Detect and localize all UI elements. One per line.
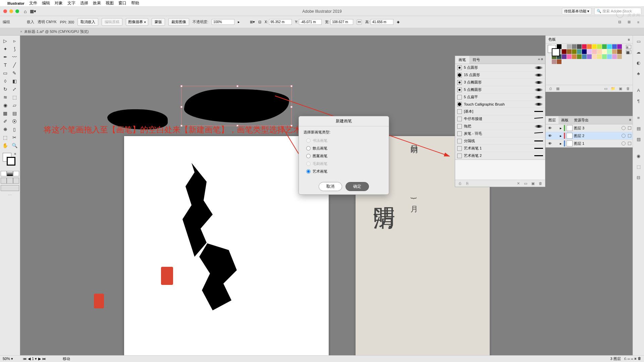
gradient-icon[interactable]: ▤ (635, 125, 642, 132)
menu-type[interactable]: 文字 (67, 0, 75, 6)
brush-item[interactable]: 艺术画笔 1 (455, 145, 545, 152)
line-tool-icon[interactable]: ╱ (10, 61, 19, 69)
swatch[interactable] (552, 59, 556, 64)
width-tool-icon[interactable]: ≋ (1, 93, 10, 101)
brush-tool-icon[interactable]: ✎ (10, 69, 19, 77)
rotate-tool-icon[interactable]: ↻ (1, 85, 10, 93)
swatch[interactable] (592, 54, 597, 59)
selection-handle[interactable] (180, 85, 182, 87)
layer-name[interactable]: 图层 1 (574, 141, 584, 146)
libraries-icon[interactable]: ☁ (635, 48, 642, 56)
layer-name[interactable]: 图层 2 (574, 133, 584, 138)
symbol-tool-icon[interactable]: ❋ (1, 125, 10, 133)
type-tool-icon[interactable]: T (1, 61, 10, 69)
new-swatch-icon[interactable]: ▣ (618, 86, 623, 91)
transform-icon[interactable]: ⊡ (258, 20, 261, 24)
swatch[interactable] (612, 49, 617, 54)
new-group-icon[interactable]: 📁 (610, 86, 616, 91)
brush-item[interactable]: 分隔线 (455, 137, 545, 145)
expand-icon[interactable]: ▸ (559, 126, 562, 130)
swatch[interactable] (607, 54, 612, 59)
scale-tool-icon[interactable]: ⤢ (10, 85, 19, 93)
brush-item[interactable]: 炭笔 - 羽毛 (455, 130, 545, 137)
draw-behind-icon[interactable] (7, 178, 13, 184)
swatch[interactable] (562, 49, 567, 54)
hand-tool-icon[interactable]: ✋ (1, 141, 10, 149)
swatch-library-icon[interactable]: ⎙ (548, 86, 553, 91)
slice-tool-icon[interactable]: ✂ (10, 133, 19, 141)
artboard-number[interactable]: 1 ▾ (32, 357, 37, 361)
swatch[interactable] (607, 49, 612, 54)
transparency-icon[interactable]: ▨ (635, 135, 642, 143)
character-icon[interactable]: A (635, 86, 642, 94)
shear-icon[interactable]: ◈ (397, 20, 399, 24)
selection-tool-icon[interactable]: ▷ (1, 37, 10, 45)
w-input[interactable] (330, 19, 353, 25)
menu-select[interactable]: 选择 (80, 0, 88, 6)
swatch[interactable] (602, 49, 607, 54)
swatch[interactable] (582, 44, 587, 49)
swatch[interactable] (602, 44, 607, 49)
direct-selection-tool-icon[interactable]: ▹ (10, 37, 19, 45)
workspace-dropdown[interactable]: 传统基本功能 ▾ (562, 8, 592, 15)
swatch[interactable] (582, 54, 587, 59)
brush-item[interactable]: 3 点椭圆形 (455, 79, 545, 86)
arrange-icon[interactable]: ▦▾ (30, 9, 36, 14)
appearance-icon[interactable]: ◉ (635, 152, 642, 160)
color-guide-icon[interactable]: ♣ (635, 70, 642, 77)
swatch[interactable] (562, 44, 567, 49)
list-view-icon[interactable]: ≡ (626, 45, 631, 49)
remove-stroke-icon[interactable]: ✕ (516, 181, 521, 186)
brush-libraries-menu-icon[interactable]: ⎘ (465, 181, 470, 186)
menu-icon[interactable]: ≡ (635, 19, 641, 25)
new-brush-icon[interactable]: ▣ (530, 181, 536, 186)
menu-view[interactable]: 视图 (106, 0, 114, 6)
select-indicator[interactable] (628, 142, 631, 145)
tab-brushes[interactable]: 画笔 (455, 56, 469, 64)
swatch-grid[interactable] (550, 44, 625, 65)
swatch[interactable] (587, 49, 592, 54)
swatch[interactable] (577, 49, 582, 54)
graph-tool-icon[interactable]: ▯ (10, 125, 19, 133)
swatch[interactable] (592, 49, 597, 54)
swatch[interactable] (587, 54, 592, 59)
eyedropper-tool-icon[interactable]: ✐ (1, 117, 10, 125)
swatch[interactable] (582, 49, 587, 54)
doc-tab[interactable]: ×未标题-1.ai* @ 50% (CMYK/GPU 预览) (20, 29, 89, 34)
swap-fill-stroke-icon[interactable]: ⤭ (14, 152, 16, 156)
tab-artboards[interactable]: 画板 (558, 116, 571, 124)
close-tab-icon[interactable]: × (20, 29, 22, 34)
layer-item[interactable]: 👁▸图层 3 (546, 124, 633, 132)
status-icons[interactable]: ⎌ ▭ ▭ ▣ 🗑 (624, 356, 641, 361)
swatch[interactable] (572, 49, 577, 54)
swatch[interactable] (572, 44, 577, 49)
app-name[interactable]: Illustrator (7, 1, 24, 5)
thumb-view-icon[interactable]: ▦ (626, 50, 631, 54)
prev-artboard-icon[interactable]: ◀ (28, 357, 31, 361)
none-mode-icon[interactable] (13, 171, 19, 176)
curvature-tool-icon[interactable]: 〰 (10, 53, 19, 61)
swatch[interactable] (597, 44, 602, 49)
selection-handle[interactable] (180, 106, 182, 108)
zoom-dropdown[interactable]: 50% ▾ (3, 357, 19, 361)
mesh-tool-icon[interactable]: ▦ (1, 109, 10, 117)
screen-mode-icon[interactable] (1, 185, 19, 191)
rectangle-tool-icon[interactable]: ▭ (1, 69, 10, 77)
collapse-panel-icon[interactable]: ›› ≡ (536, 56, 545, 64)
swatch[interactable] (602, 54, 607, 59)
shape-builder-tool-icon[interactable]: ◉ (1, 101, 10, 109)
visibility-icon[interactable]: 👁 (547, 134, 552, 138)
gradient-tool-icon[interactable]: ▤ (10, 109, 19, 117)
brush-item[interactable]: 牛仔布接缝 (455, 115, 545, 123)
expand-icon[interactable]: ▸ (559, 134, 562, 138)
swatch[interactable] (617, 44, 622, 49)
stroke-icon[interactable]: ≡ (635, 114, 642, 121)
graphic-styles-icon[interactable]: ⬚ (635, 163, 642, 170)
opacity-input[interactable] (212, 19, 234, 25)
brush-item[interactable]: 5 点扁平 (455, 94, 545, 101)
brush-item[interactable]: [基本] (455, 108, 545, 115)
color-icon[interactable]: ◐ (635, 59, 642, 66)
color-mode-icon[interactable] (1, 171, 7, 176)
swatch[interactable] (607, 44, 612, 49)
transform-panel-icon[interactable]: ⊞ (626, 19, 632, 25)
